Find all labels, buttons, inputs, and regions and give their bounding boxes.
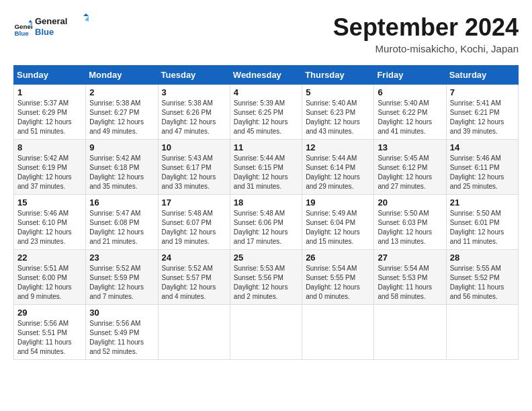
- title-area: September 2024 Muroto-misakicho, Kochi, …: [333, 13, 519, 54]
- svg-marker-7: [85, 16, 89, 21]
- day-info: Sunrise: 5:44 AM Sunset: 6:14 PM Dayligh…: [306, 154, 370, 191]
- header-wednesday: Wednesday: [230, 66, 302, 85]
- day-info: Sunrise: 5:40 AM Sunset: 6:22 PM Dayligh…: [378, 99, 442, 136]
- day-number: 30: [89, 308, 154, 318]
- day-info: Sunrise: 5:48 AM Sunset: 6:07 PM Dayligh…: [162, 209, 226, 246]
- day-info: Sunrise: 5:48 AM Sunset: 6:06 PM Dayligh…: [234, 209, 298, 246]
- header-sunday: Sunday: [14, 66, 86, 85]
- day-info: Sunrise: 5:56 AM Sunset: 5:49 PM Dayligh…: [89, 319, 154, 357]
- day-cell-29: 29 Sunrise: 5:56 AM Sunset: 5:51 PM Dayl…: [14, 305, 86, 360]
- day-number: 3: [162, 87, 226, 97]
- day-number: 26: [306, 253, 370, 263]
- day-info: Sunrise: 5:43 AM Sunset: 6:17 PM Dayligh…: [162, 154, 226, 191]
- location-title: Muroto-misakicho, Kochi, Japan: [333, 43, 519, 54]
- logo-svg: General Blue: [35, 13, 89, 40]
- day-info: Sunrise: 5:44 AM Sunset: 6:15 PM Dayligh…: [234, 154, 298, 191]
- day-number: 12: [306, 142, 370, 152]
- svg-text:General: General: [35, 16, 67, 26]
- day-info: Sunrise: 5:53 AM Sunset: 5:56 PM Dayligh…: [234, 264, 298, 302]
- day-cell-30: 30 Sunrise: 5:56 AM Sunset: 5:49 PM Dayl…: [86, 305, 158, 360]
- day-number: 2: [89, 87, 154, 97]
- day-info: Sunrise: 5:54 AM Sunset: 5:55 PM Dayligh…: [306, 264, 370, 302]
- day-number: 11: [234, 142, 298, 152]
- day-cell-10: 10 Sunrise: 5:43 AM Sunset: 6:17 PM Dayl…: [158, 140, 230, 195]
- day-cell-3: 3 Sunrise: 5:38 AM Sunset: 6:26 PM Dayli…: [158, 85, 230, 140]
- calendar-row-4: 22 Sunrise: 5:51 AM Sunset: 6:00 PM Dayl…: [14, 250, 519, 305]
- day-number: 18: [234, 197, 298, 208]
- header: General Blue General Blue September 2024…: [13, 13, 519, 54]
- day-cell-13: 13 Sunrise: 5:45 AM Sunset: 6:12 PM Dayl…: [374, 140, 446, 195]
- day-cell-12: 12 Sunrise: 5:44 AM Sunset: 6:14 PM Dayl…: [302, 140, 374, 195]
- day-info: Sunrise: 5:54 AM Sunset: 5:53 PM Dayligh…: [378, 264, 442, 302]
- day-number: 24: [162, 253, 226, 263]
- day-number: 14: [450, 142, 515, 152]
- day-number: 17: [162, 197, 226, 208]
- day-cell-4: 4 Sunrise: 5:39 AM Sunset: 6:25 PM Dayli…: [230, 85, 302, 140]
- day-number: 19: [306, 197, 370, 208]
- weekday-header-row: Sunday Monday Tuesday Wednesday Thursday…: [14, 66, 519, 85]
- day-number: 10: [162, 142, 226, 152]
- month-title: September 2024: [333, 13, 519, 42]
- day-cell-23: 23 Sunrise: 5:52 AM Sunset: 5:59 PM Dayl…: [86, 250, 158, 305]
- day-info: Sunrise: 5:40 AM Sunset: 6:23 PM Dayligh…: [306, 99, 370, 136]
- day-info: Sunrise: 5:41 AM Sunset: 6:21 PM Dayligh…: [450, 99, 515, 136]
- day-info: Sunrise: 5:42 AM Sunset: 6:18 PM Dayligh…: [89, 154, 154, 191]
- day-info: Sunrise: 5:45 AM Sunset: 6:12 PM Dayligh…: [378, 154, 442, 191]
- day-cell-20: 20 Sunrise: 5:50 AM Sunset: 6:03 PM Dayl…: [374, 195, 446, 250]
- day-number: 8: [17, 142, 82, 152]
- day-cell-7: 7 Sunrise: 5:41 AM Sunset: 6:21 PM Dayli…: [446, 85, 518, 140]
- day-info: Sunrise: 5:51 AM Sunset: 6:00 PM Dayligh…: [17, 264, 82, 302]
- svg-text:Blue: Blue: [35, 27, 54, 37]
- day-cell-5: 5 Sunrise: 5:40 AM Sunset: 6:23 PM Dayli…: [302, 85, 374, 140]
- day-number: 22: [17, 253, 82, 263]
- svg-marker-2: [28, 19, 32, 22]
- day-number: 15: [17, 197, 82, 208]
- header-friday: Friday: [374, 66, 446, 85]
- day-cell-14: 14 Sunrise: 5:46 AM Sunset: 6:11 PM Dayl…: [446, 140, 518, 195]
- day-cell-28: 28 Sunrise: 5:55 AM Sunset: 5:52 PM Dayl…: [446, 250, 518, 305]
- day-number: 27: [378, 253, 442, 263]
- day-info: Sunrise: 5:46 AM Sunset: 6:11 PM Dayligh…: [450, 154, 515, 191]
- day-info: Sunrise: 5:50 AM Sunset: 6:01 PM Dayligh…: [450, 209, 515, 246]
- day-cell-27: 27 Sunrise: 5:54 AM Sunset: 5:53 PM Dayl…: [374, 250, 446, 305]
- header-monday: Monday: [86, 66, 158, 85]
- day-cell-8: 8 Sunrise: 5:42 AM Sunset: 6:19 PM Dayli…: [14, 140, 86, 195]
- day-cell-26: 26 Sunrise: 5:54 AM Sunset: 5:55 PM Dayl…: [302, 250, 374, 305]
- day-number: 4: [234, 87, 298, 97]
- day-cell-1: 1 Sunrise: 5:37 AM Sunset: 6:29 PM Dayli…: [14, 85, 86, 140]
- calendar-row-2: 8 Sunrise: 5:42 AM Sunset: 6:19 PM Dayli…: [14, 140, 519, 195]
- day-cell-19: 19 Sunrise: 5:49 AM Sunset: 6:04 PM Dayl…: [302, 195, 374, 250]
- day-number: 23: [89, 253, 154, 263]
- calendar-row-1: 1 Sunrise: 5:37 AM Sunset: 6:29 PM Dayli…: [14, 85, 519, 140]
- day-info: Sunrise: 5:47 AM Sunset: 6:08 PM Dayligh…: [89, 209, 154, 246]
- day-number: 29: [17, 308, 82, 318]
- day-cell-16: 16 Sunrise: 5:47 AM Sunset: 6:08 PM Dayl…: [86, 195, 158, 250]
- svg-text:Blue: Blue: [14, 30, 29, 37]
- day-number: 9: [89, 142, 154, 152]
- day-cell-6: 6 Sunrise: 5:40 AM Sunset: 6:22 PM Dayli…: [374, 85, 446, 140]
- day-info: Sunrise: 5:46 AM Sunset: 6:10 PM Dayligh…: [17, 209, 82, 246]
- day-number: 16: [89, 197, 154, 208]
- calendar-row-3: 15 Sunrise: 5:46 AM Sunset: 6:10 PM Dayl…: [14, 195, 519, 250]
- day-number: 20: [378, 197, 442, 208]
- day-cell-11: 11 Sunrise: 5:44 AM Sunset: 6:15 PM Dayl…: [230, 140, 302, 195]
- day-cell-2: 2 Sunrise: 5:38 AM Sunset: 6:27 PM Dayli…: [86, 85, 158, 140]
- day-cell-18: 18 Sunrise: 5:48 AM Sunset: 6:06 PM Dayl…: [230, 195, 302, 250]
- day-cell-22: 22 Sunrise: 5:51 AM Sunset: 6:00 PM Dayl…: [14, 250, 86, 305]
- day-number: 21: [450, 197, 515, 208]
- day-number: 13: [378, 142, 442, 152]
- day-info: Sunrise: 5:42 AM Sunset: 6:19 PM Dayligh…: [17, 154, 82, 191]
- day-info: Sunrise: 5:39 AM Sunset: 6:25 PM Dayligh…: [234, 99, 298, 136]
- day-cell-17: 17 Sunrise: 5:48 AM Sunset: 6:07 PM Dayl…: [158, 195, 230, 250]
- header-saturday: Saturday: [446, 66, 518, 85]
- logo-icon: General Blue: [13, 19, 32, 38]
- day-info: Sunrise: 5:38 AM Sunset: 6:27 PM Dayligh…: [89, 99, 154, 136]
- day-info: Sunrise: 5:37 AM Sunset: 6:29 PM Dayligh…: [17, 99, 82, 136]
- day-cell-21: 21 Sunrise: 5:50 AM Sunset: 6:01 PM Dayl…: [446, 195, 518, 250]
- day-info: Sunrise: 5:38 AM Sunset: 6:26 PM Dayligh…: [162, 99, 226, 136]
- day-number: 5: [306, 87, 370, 97]
- day-number: 6: [378, 87, 442, 97]
- day-number: 25: [234, 253, 298, 263]
- calendar-row-5: 29 Sunrise: 5:56 AM Sunset: 5:51 PM Dayl…: [14, 305, 519, 360]
- header-thursday: Thursday: [302, 66, 374, 85]
